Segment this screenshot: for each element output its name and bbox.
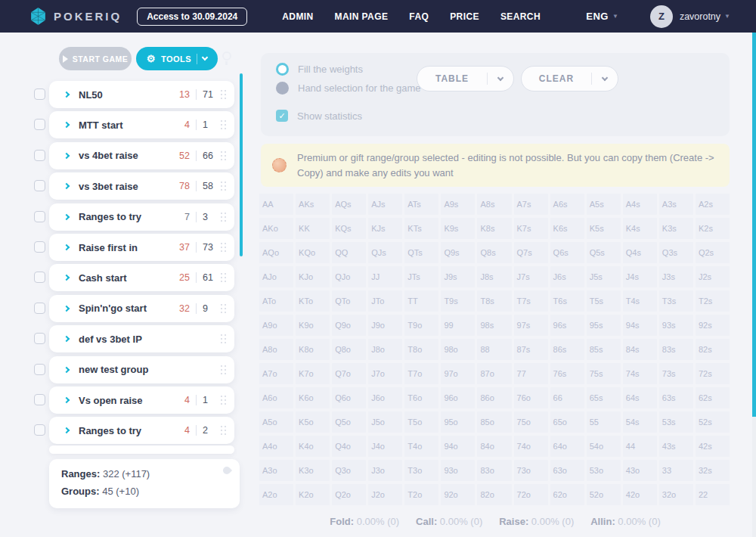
hand-cell-53o[interactable]: 53o	[587, 460, 621, 481]
hand-cell-86s[interactable]: 86s	[550, 339, 584, 360]
start-game-button[interactable]: START GAME	[59, 47, 132, 70]
hand-cell-T5s[interactable]: T5s	[587, 290, 621, 312]
hand-cell-32s[interactable]: 32s	[696, 460, 730, 481]
hand-cell-K4o[interactable]: K4o	[296, 436, 330, 457]
hand-cell-KQs[interactable]: KQs	[332, 218, 366, 239]
expand-chevron-icon[interactable]	[64, 336, 70, 342]
list-item[interactable]: Raise first in3773	[49, 234, 234, 261]
hand-cell-65s[interactable]: 65s	[587, 387, 621, 408]
hand-cell-Q7o[interactable]: Q7o	[332, 363, 366, 384]
hand-cell-43s[interactable]: 43s	[659, 436, 693, 457]
nav-item-main-page[interactable]: MAIN PAGE	[335, 11, 389, 22]
fill-weights-radio[interactable]	[276, 63, 289, 76]
hand-cell-K3s[interactable]: K3s	[659, 218, 693, 239]
user-chevron-down-icon[interactable]: ▼	[724, 13, 730, 20]
language-selector[interactable]: ENG	[586, 11, 609, 22]
hand-cell-88[interactable]: 88	[477, 339, 511, 360]
hand-cell-KJs[interactable]: KJs	[368, 218, 402, 239]
hand-cell-63s[interactable]: 63s	[659, 387, 693, 408]
hand-cell-92s[interactable]: 92s	[696, 315, 730, 336]
drag-handle-icon[interactable]	[221, 273, 227, 282]
hand-cell-AKs[interactable]: AKs	[296, 194, 330, 215]
hand-cell-85o[interactable]: 85o	[477, 411, 511, 433]
hand-cell-QTs[interactable]: QTs	[404, 242, 438, 263]
hand-cell-Q2s[interactable]: Q2s	[696, 242, 730, 263]
hand-cell-82o[interactable]: 82o	[477, 484, 511, 505]
hand-cell-76o[interactable]: 76o	[514, 387, 548, 408]
list-item[interactable]: vs 3bet raise7858	[49, 172, 234, 200]
hand-cell-62s[interactable]: 62s	[696, 387, 730, 408]
hand-cell-AKo[interactable]: AKo	[259, 218, 293, 239]
hand-cell-98o[interactable]: 98o	[441, 339, 475, 360]
access-expiry-button[interactable]: Access to 30.09.2024	[137, 8, 247, 26]
drag-handle-icon[interactable]	[221, 120, 227, 129]
hand-cell-A4s[interactable]: A4s	[623, 194, 657, 215]
hand-cell-T2s[interactable]: T2s	[696, 290, 730, 312]
expand-chevron-icon[interactable]	[64, 306, 70, 312]
hand-cell-54s[interactable]: 54s	[623, 411, 657, 433]
hand-cell-AQs[interactable]: AQs	[332, 194, 366, 215]
hand-cell-Q5s[interactable]: Q5s	[587, 242, 621, 263]
hand-cell-J4s[interactable]: J4s	[623, 266, 657, 287]
hand-cell-74o[interactable]: 74o	[514, 436, 548, 457]
hand-cell-Q3o[interactable]: Q3o	[332, 460, 366, 481]
hand-cell-T7o[interactable]: T7o	[404, 363, 438, 384]
group-checkbox[interactable]	[34, 424, 45, 436]
hand-cell-A9s[interactable]: A9s	[441, 194, 475, 215]
drag-handle-icon[interactable]	[221, 426, 227, 435]
hand-cell-73s[interactable]: 73s	[659, 363, 693, 384]
hand-cell-T2o[interactable]: T2o	[404, 484, 438, 505]
avatar[interactable]: Z	[650, 5, 673, 28]
hand-cell-J3o[interactable]: J3o	[368, 460, 402, 481]
hand-cell-K7o[interactable]: K7o	[296, 363, 330, 384]
hand-cell-K2o[interactable]: K2o	[296, 484, 330, 505]
hand-cell-TT[interactable]: TT	[404, 290, 438, 312]
hand-cell-QQ[interactable]: QQ	[332, 242, 366, 263]
language-chevron-down-icon[interactable]: ▼	[612, 13, 618, 20]
hand-cell-85s[interactable]: 85s	[587, 339, 621, 360]
expand-chevron-icon[interactable]	[64, 366, 70, 372]
hand-cell-76s[interactable]: 76s	[550, 363, 584, 384]
expand-chevron-icon[interactable]	[64, 397, 70, 403]
hand-cell-Q3s[interactable]: Q3s	[659, 242, 693, 263]
page-scrollbar-thumb[interactable]	[752, 33, 756, 417]
hand-cell-ATs[interactable]: ATs	[404, 194, 438, 215]
hand-cell-Q8s[interactable]: Q8s	[477, 242, 511, 263]
expand-chevron-icon[interactable]	[64, 427, 70, 433]
clear-dropdown-button[interactable]: CLEAR	[521, 66, 618, 92]
drag-handle-icon[interactable]	[221, 243, 227, 252]
hand-cell-K9s[interactable]: K9s	[441, 218, 475, 239]
hand-cell-94s[interactable]: 94s	[623, 315, 657, 336]
group-checkbox[interactable]	[34, 241, 45, 253]
hand-cell-AQo[interactable]: AQo	[259, 242, 293, 263]
hand-cell-A8s[interactable]: A8s	[477, 194, 511, 215]
drag-handle-icon[interactable]	[221, 90, 227, 99]
hand-cell-T4o[interactable]: T4o	[404, 436, 438, 457]
drag-handle-icon[interactable]	[221, 396, 227, 405]
hand-cell-J5s[interactable]: J5s	[587, 266, 621, 287]
nav-item-price[interactable]: PRICE	[450, 11, 479, 22]
hand-cell-92o[interactable]: 92o	[441, 484, 475, 505]
hand-cell-52o[interactable]: 52o	[587, 484, 621, 505]
hand-cell-93s[interactable]: 93s	[659, 315, 693, 336]
hand-cell-73o[interactable]: 73o	[514, 460, 548, 481]
nav-item-admin[interactable]: ADMIN	[282, 11, 313, 22]
hand-cell-42o[interactable]: 42o	[623, 484, 657, 505]
hand-cell-K8o[interactable]: K8o	[296, 339, 330, 360]
hand-cell-AA[interactable]: AA	[259, 194, 293, 215]
hand-cell-43o[interactable]: 43o	[623, 460, 657, 481]
hand-cell-AJo[interactable]: AJo	[259, 266, 293, 287]
hand-cell-A2o[interactable]: A2o	[259, 484, 293, 505]
drag-handle-icon[interactable]	[221, 213, 227, 222]
hand-cell-86o[interactable]: 86o	[477, 387, 511, 408]
hand-cell-K7s[interactable]: K7s	[514, 218, 548, 239]
hand-cell-64o[interactable]: 64o	[550, 436, 584, 457]
list-item[interactable]: Ranges to try73	[49, 203, 234, 231]
hand-cell-KTs[interactable]: KTs	[404, 218, 438, 239]
hand-cell-77[interactable]: 77	[514, 363, 548, 384]
expand-chevron-icon[interactable]	[64, 213, 70, 219]
hand-cell-95s[interactable]: 95s	[587, 315, 621, 336]
hand-cell-J8s[interactable]: J8s	[477, 266, 511, 287]
hand-cell-Q5o[interactable]: Q5o	[332, 411, 366, 433]
group-checkbox[interactable]	[34, 303, 45, 314]
